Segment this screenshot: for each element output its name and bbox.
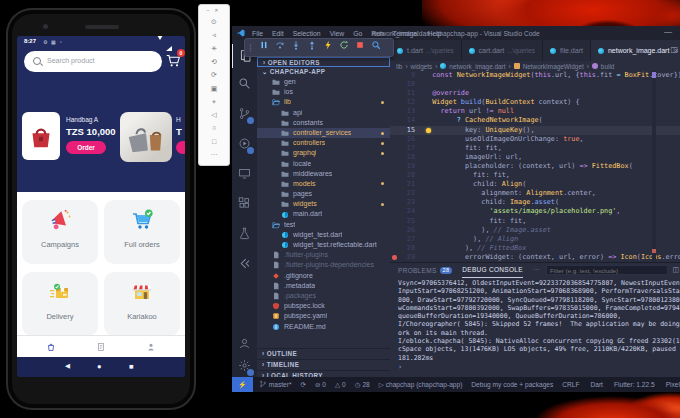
- status-errors[interactable]: ⊘0: [315, 381, 326, 389]
- back-icon[interactable]: ◁: [199, 111, 229, 119]
- tab-cart-dart[interactable]: cart.dart...\queries: [462, 40, 543, 61]
- extensions-icon[interactable]: [232, 192, 257, 216]
- section-local-history[interactable]: › LOCAL HISTORY: [257, 370, 390, 377]
- flutter-version[interactable]: Flutter: 1.22.5: [614, 381, 655, 388]
- breadcrumb-item[interactable]: widgets: [411, 63, 433, 70]
- source-control-icon[interactable]: [232, 102, 257, 126]
- status-sync[interactable]: ⟳: [300, 381, 305, 389]
- open-editors-header[interactable]: › OPEN EDITORS: [257, 57, 390, 67]
- line-number[interactable]: 27: [397, 235, 415, 244]
- code-line-21[interactable]: 21 child: Align(: [390, 180, 680, 189]
- line-number[interactable]: 20: [397, 171, 415, 180]
- tree-item--flutter-plugins-dependencies[interactable]: .flutter-plugins-dependencies: [257, 260, 390, 270]
- order-button[interactable]: Order: [66, 141, 106, 154]
- account-icon[interactable]: [232, 332, 257, 356]
- panel-layout-icon[interactable]: ◫: [672, 266, 679, 274]
- code-line-23[interactable]: 23 child: Image.asset(: [390, 198, 680, 207]
- status-clock[interactable]: ◷28: [355, 381, 370, 389]
- tree-item-pubspec-lock[interactable]: pubspec.lock: [257, 301, 390, 311]
- line-number[interactable]: 23: [397, 198, 415, 207]
- search-icon[interactable]: [232, 72, 257, 96]
- console-filter-input[interactable]: [546, 265, 668, 275]
- home-icon[interactable]: ○: [199, 124, 229, 132]
- back-button[interactable]: ◀: [65, 362, 70, 370]
- section-timeline[interactable]: › TIMELINE: [257, 359, 390, 370]
- menu-file[interactable]: File: [252, 30, 263, 37]
- gutter-breakpoint[interactable]: [390, 171, 397, 180]
- project-header[interactable]: ⌄ CHAPCHAP-APP: [257, 67, 390, 77]
- tree-item-middlewares[interactable]: middlewares: [257, 169, 390, 179]
- settings-icon[interactable]: [232, 354, 257, 378]
- language-indicator[interactable]: Dart: [591, 381, 603, 388]
- product-card[interactable]: HT: [120, 112, 185, 168]
- code-line-17[interactable]: 17 fit: fit,: [390, 144, 680, 153]
- code-line-16[interactable]: 16 useOldImageOnUrlChange: true,: [390, 135, 680, 144]
- code-line-15[interactable]: 15 key: UniqueKey(),: [390, 126, 680, 135]
- hot-reload-button[interactable]: [323, 40, 333, 55]
- rotate-right-icon[interactable]: ⟳: [199, 71, 229, 79]
- zoom-icon[interactable]: ⌖: [199, 98, 229, 106]
- overview-icon[interactable]: □: [199, 138, 229, 146]
- dart-icon[interactable]: [232, 252, 257, 276]
- menu-edit[interactable]: Edit: [272, 30, 284, 37]
- line-number[interactable]: 10: [397, 80, 415, 89]
- console-prompt[interactable]: ›: [398, 363, 402, 371]
- gutter-breakpoint[interactable]: [390, 180, 397, 189]
- breadcrumb-item[interactable]: build: [601, 63, 615, 70]
- line-number[interactable]: 25: [397, 217, 415, 226]
- search-input[interactable]: Search product: [24, 51, 162, 72]
- volume-icon[interactable]: ◃: [199, 31, 229, 39]
- code-line-24[interactable]: 24 'assets/images/placeholder.png',: [390, 207, 680, 216]
- remote-indicator[interactable]: ⚡: [232, 377, 253, 392]
- code-line-29[interactable]: 29 errorWidget: (context, url, error) =>…: [390, 253, 680, 262]
- inspector-button[interactable]: [371, 40, 381, 55]
- gutter-breakpoint[interactable]: [390, 235, 397, 244]
- menu-terminal[interactable]: Terminal: [393, 30, 419, 37]
- tree-item-controllers[interactable]: controllers: [257, 138, 390, 148]
- stop-button[interactable]: [355, 40, 365, 55]
- breadcrumb-item[interactable]: NetworkImageWidget: [523, 63, 584, 70]
- breadcrumb-item[interactable]: network_image.dart: [449, 63, 505, 70]
- power-icon[interactable]: ⊙: [199, 18, 229, 26]
- tree-item--flutter-plugins[interactable]: .flutter-plugins: [257, 250, 390, 260]
- tile-campaigns[interactable]: Campaigns: [22, 200, 98, 264]
- code-line-18[interactable]: 18 imageUrl: url,: [390, 153, 680, 162]
- code-line-28[interactable]: 28 ), // FittedBox: [390, 244, 680, 253]
- tab-file-dart[interactable]: file.dart: [543, 40, 591, 61]
- tab-network-image-dart[interactable]: network_image.dart×: [591, 40, 680, 61]
- gutter-breakpoint[interactable]: [390, 144, 397, 153]
- line-number[interactable]: 11: [397, 89, 415, 98]
- phone-screen[interactable]: 8:27 ⚙ ▦ ◔ Search product 0 Handbag ATZS…: [17, 36, 185, 377]
- code-line-22[interactable]: 22 alignment: Alignment.center,: [390, 189, 680, 198]
- split-editor-icon[interactable]: ◫: [670, 45, 678, 54]
- tree-item--packages[interactable]: .packages: [257, 291, 390, 301]
- line-number[interactable]: 17: [397, 144, 415, 153]
- gutter-breakpoint[interactable]: [390, 126, 397, 135]
- code-line-10[interactable]: 10: [390, 80, 680, 89]
- tree-item-pubspec-yaml[interactable]: pubspec.yaml: [257, 311, 390, 321]
- code-line-13[interactable]: 13 return url != null: [390, 107, 680, 116]
- restart-button[interactable]: [339, 40, 349, 55]
- gutter-breakpoint[interactable]: [390, 226, 397, 235]
- tree-item-ios[interactable]: ios: [257, 87, 390, 97]
- tree-item-widgets[interactable]: widgets: [257, 199, 390, 209]
- device-selector[interactable]: Pixel 3a (android-x86 emulato: [666, 381, 680, 388]
- status-warnings[interactable]: △0: [335, 381, 346, 389]
- tree-item-test[interactable]: test: [257, 220, 390, 230]
- tree-item-gen[interactable]: gen: [257, 77, 390, 87]
- gutter-breakpoint[interactable]: [390, 153, 397, 162]
- minimize-button[interactable]: —: [664, 27, 672, 36]
- test-icon[interactable]: [232, 222, 257, 246]
- screenshot-icon[interactable]: ▣: [199, 85, 229, 93]
- tile-kariakoo[interactable]: Kariakoo: [104, 272, 180, 336]
- menu-go[interactable]: Go: [353, 30, 362, 37]
- tree-item-api[interactable]: api: [257, 108, 390, 118]
- lightbulb-icon[interactable]: [426, 128, 431, 133]
- line-number[interactable]: 28: [397, 244, 415, 253]
- gutter-breakpoint[interactable]: [390, 107, 397, 116]
- line-number[interactable]: 21: [397, 180, 415, 189]
- gutter-breakpoint[interactable]: [390, 71, 397, 80]
- line-number[interactable]: 13: [397, 107, 415, 116]
- gutter-breakpoint[interactable]: [390, 207, 397, 216]
- more-icon[interactable]: ⋯: [199, 151, 229, 159]
